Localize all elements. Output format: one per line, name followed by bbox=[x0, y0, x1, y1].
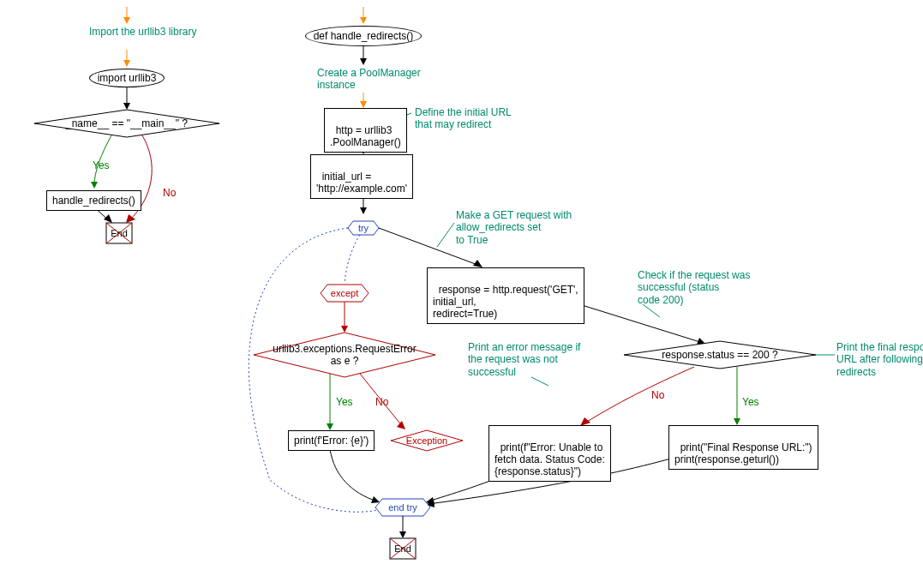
main-check-text: _name__ == "__main__" ? bbox=[65, 117, 188, 129]
except-no: No bbox=[375, 396, 388, 408]
endtry-text: end try bbox=[388, 502, 417, 513]
print-final-text: print("Final Response URL:") print(respo… bbox=[674, 441, 812, 465]
comment-pool: Create a PoolManager instance bbox=[317, 67, 421, 92]
svg-line-39 bbox=[566, 300, 703, 343]
svg-line-28 bbox=[437, 223, 454, 247]
svg-line-55 bbox=[390, 538, 416, 559]
svg-marker-48 bbox=[426, 500, 435, 507]
end-left-text: End bbox=[111, 228, 128, 238]
svg-line-44 bbox=[531, 377, 548, 386]
comment-unable: Print an error message if the request wa… bbox=[468, 341, 580, 378]
comment-import: Import the urllib3 library bbox=[89, 26, 196, 38]
except-yes: Yes bbox=[336, 396, 353, 408]
print-err-text: print(f'Error: {e}') bbox=[294, 435, 369, 447]
svg-marker-3 bbox=[123, 60, 130, 67]
svg-marker-41 bbox=[624, 341, 816, 369]
left-no: No bbox=[163, 187, 176, 199]
print-unable-text: print(f"Error: Unable to fetch data. Sta… bbox=[494, 441, 605, 477]
svg-marker-27 bbox=[473, 260, 482, 267]
import-ellipse: import urllib3 bbox=[89, 69, 165, 87]
status-yes: Yes bbox=[742, 396, 759, 408]
svg-marker-5 bbox=[123, 103, 130, 110]
comment-get: Make a GET request with allow_redirects … bbox=[456, 209, 572, 246]
left-yes: Yes bbox=[93, 159, 110, 171]
print-final-rect: print("Final Response URL:") print(respo… bbox=[668, 425, 818, 470]
except-text: except bbox=[331, 288, 358, 298]
svg-marker-49 bbox=[426, 497, 435, 505]
svg-marker-50 bbox=[375, 499, 430, 516]
fn-ellipse: def handle_redirects() bbox=[305, 26, 422, 46]
svg-line-13 bbox=[106, 223, 132, 243]
print-err-rect: print(f'Error: {e}') bbox=[288, 430, 375, 451]
svg-line-54 bbox=[390, 538, 416, 559]
svg-marker-29 bbox=[321, 285, 369, 302]
url-rect: initial_url = 'http://example.com' bbox=[310, 154, 413, 199]
svg-marker-10 bbox=[104, 214, 112, 223]
status-no: No bbox=[651, 389, 664, 401]
pool-rect: http = urllib3 .PoolManager() bbox=[324, 108, 407, 153]
svg-rect-53 bbox=[390, 538, 416, 559]
svg-marker-46 bbox=[734, 418, 740, 425]
svg-marker-15 bbox=[360, 17, 367, 24]
svg-marker-34 bbox=[327, 423, 333, 430]
svg-marker-17 bbox=[360, 58, 367, 65]
svg-line-42 bbox=[643, 304, 660, 317]
import-text: import urllib3 bbox=[98, 72, 157, 84]
comment-url: Define the initial URL that may redirect bbox=[415, 106, 512, 131]
call-rect: handle_redirects() bbox=[46, 190, 141, 211]
call-text: handle_redirects() bbox=[52, 195, 135, 207]
svg-marker-25 bbox=[348, 221, 379, 235]
svg-marker-52 bbox=[399, 531, 406, 538]
svg-marker-19 bbox=[360, 101, 367, 108]
svg-marker-38 bbox=[371, 496, 380, 503]
except-cond-text: urllib3.exceptions.RequestError as e ? bbox=[259, 343, 430, 367]
print-unable-rect: print(f"Error: Unable to fetch data. Sta… bbox=[488, 425, 611, 482]
comment-final: Print the final response URL after follo… bbox=[836, 341, 923, 378]
svg-marker-8 bbox=[126, 214, 135, 223]
svg-marker-40 bbox=[697, 338, 705, 345]
svg-marker-6 bbox=[34, 110, 219, 137]
svg-marker-24 bbox=[360, 207, 367, 214]
request-rect: response = http.request('GET', initial_u… bbox=[427, 267, 584, 324]
try-text: try bbox=[358, 223, 369, 233]
svg-marker-7 bbox=[91, 182, 98, 189]
svg-rect-11 bbox=[106, 223, 132, 243]
status-check-text: response.status == 200 ? bbox=[662, 349, 778, 361]
exception-text: Exception bbox=[406, 435, 447, 446]
end-right-text: End bbox=[394, 543, 411, 554]
url-text: initial_url = 'http://example.com' bbox=[316, 171, 407, 195]
comment-check: Check if the request was successful (sta… bbox=[638, 269, 750, 306]
svg-marker-36 bbox=[397, 421, 405, 429]
svg-marker-1 bbox=[123, 17, 130, 24]
fn-text: def handle_redirects() bbox=[314, 30, 414, 42]
request-text: response = http.request('GET', initial_u… bbox=[433, 284, 578, 320]
svg-marker-31 bbox=[341, 326, 348, 333]
svg-marker-37 bbox=[391, 430, 463, 451]
pool-text: http = urllib3 .PoolManager() bbox=[330, 124, 401, 148]
svg-line-12 bbox=[106, 223, 132, 243]
